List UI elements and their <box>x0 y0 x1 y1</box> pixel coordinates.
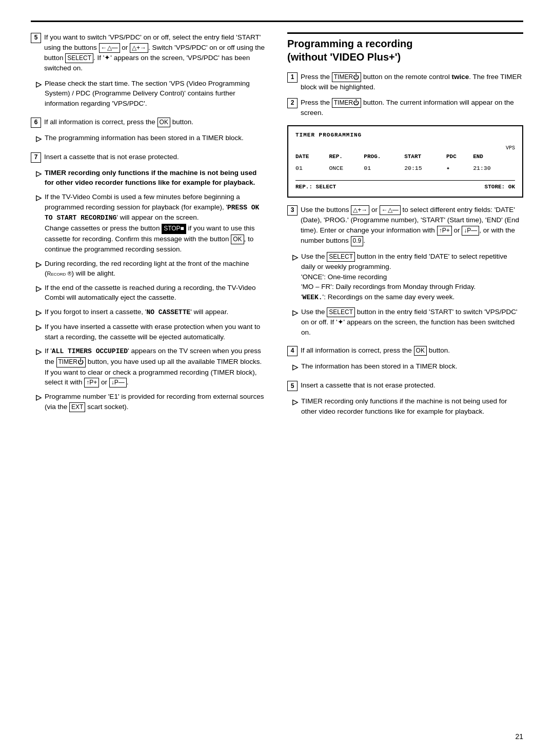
left-item-6: 6 If all information is correct, press t… <box>31 117 267 128</box>
right-num-2: 2 <box>287 98 298 108</box>
left-arrow-8-text: If you have inserted a cassette with era… <box>45 322 267 342</box>
col-prog: PROG. <box>364 153 404 163</box>
cell-rep: ONCE <box>329 163 364 174</box>
left-arrow-6: ▷ If the end of the cassette is reached … <box>36 283 267 303</box>
arrow-icon-9: ▷ <box>36 346 42 357</box>
btn-down-p: ↓P— <box>109 378 127 387</box>
btn-ok-1: OK <box>157 118 170 127</box>
section-heading: Programming a recording (without 'VIDEO … <box>287 32 523 64</box>
col-date: DATE <box>295 153 329 163</box>
arrow-icon-7: ▷ <box>36 307 42 318</box>
left-arrow-1-text: Please check the start time. The section… <box>45 79 267 109</box>
screen-footer-right: STORE: OK <box>485 183 515 191</box>
cell-prog: 01 <box>364 163 404 174</box>
cell-date: 01 <box>295 163 329 174</box>
left-arrow-6-text: If the end of the cassette is reached du… <box>45 283 267 303</box>
num-5: 5 <box>31 33 41 43</box>
right-item-5-text: Insert a cassette that is not erase prot… <box>301 380 523 391</box>
right-num-5: 5 <box>287 381 298 391</box>
btn-down-p2: ↓P— <box>462 226 479 236</box>
btn-bwd: ←△— <box>380 205 401 215</box>
right-item-1: 1 Press the TIMER⏻ button on the remote … <box>287 72 523 92</box>
arrow-icon-3b: ▷ <box>292 307 298 318</box>
left-col: 5 If you want to switch 'VPS/PDC' on or … <box>31 32 267 420</box>
arrow-icon-5: ▷ <box>36 259 42 269</box>
left-arrow-5: ▷ During recording, the red recording li… <box>36 259 267 279</box>
arrow-icon-1: ▷ <box>36 79 42 89</box>
arrow-icon-8: ▷ <box>36 322 42 333</box>
arrow-icon-4: ▷ <box>36 192 42 203</box>
right-num-4: 4 <box>287 346 298 356</box>
cell-end: 21:30 <box>473 163 515 174</box>
right-arrow-5a-text: TIMER recording only functions if the ma… <box>301 396 523 416</box>
right-item-3-text: Use the buttons △+→ or ←△— to select dif… <box>301 205 523 246</box>
right-item-4: 4 If all information is correct, press t… <box>287 345 523 356</box>
arrow-icon-4a: ▷ <box>292 362 298 372</box>
col-start: START <box>404 153 446 163</box>
left-arrow-3: ▷ TIMER recording only functions if the … <box>36 168 267 188</box>
item-6-text: If all information is correct, press the… <box>44 117 267 127</box>
left-arrow-10: ▷ Programme number 'E1' is provided for … <box>36 392 267 412</box>
arrow-icon-3a: ▷ <box>292 252 298 262</box>
two-col-layout: 5 If you want to switch 'VPS/PDC' on or … <box>31 32 523 420</box>
right-item-2: 2 Press the TIMER⏻ button. The current i… <box>287 98 523 118</box>
right-arrow-3b-text: Use the SELECT button in the entry field… <box>301 307 523 338</box>
left-arrow-8: ▷ If you have inserted a cassette with e… <box>36 322 267 342</box>
btn-fwd: △+→ <box>351 205 369 215</box>
right-item-1-text: Press the TIMER⏻ button on the remote co… <box>301 72 523 92</box>
btn-timer-2: TIMER⏻ <box>332 72 361 82</box>
right-arrow-5a: ▷ TIMER recording only functions if the … <box>292 396 523 416</box>
page-container: 5 If you want to switch 'VPS/PDC' on or … <box>0 0 554 756</box>
heading-line1: Programming a recording <box>287 38 413 49</box>
left-item-7: 7 Insert a cassette that is not erase pr… <box>31 152 267 163</box>
screen-title: TIMER PROGRAMMING <box>295 131 515 140</box>
arrow-icon-6: ▷ <box>36 283 42 294</box>
left-arrow-2-text: The programming information has been sto… <box>45 133 267 143</box>
left-arrow-4: ▷ If the TV-Video Combi is used a few mi… <box>36 192 267 255</box>
num-6: 6 <box>31 118 41 128</box>
btn-right-arrow: △+→ <box>130 43 148 53</box>
btn-num: 0.9 <box>351 236 364 246</box>
btn-ext: EXT <box>69 402 85 412</box>
btn-select-3: SELECT <box>327 307 355 317</box>
right-arrow-3b: ▷ Use the SELECT button in the entry fie… <box>292 307 523 338</box>
btn-select-1: SELECT <box>65 53 93 63</box>
timer-screen: TIMER PROGRAMMING VPS DATE REP. PROG. ST… <box>287 125 523 198</box>
col-end: END <box>473 153 515 163</box>
left-arrow-4-text: If the TV-Video Combi is used a few minu… <box>45 192 267 255</box>
btn-up-p: ↑P+ <box>84 378 99 387</box>
btn-timer-3: TIMER⏻ <box>332 98 361 108</box>
btn-timer-1: TIMER⏻ <box>56 357 86 367</box>
right-item-5: 5 Insert a cassette that is not erase pr… <box>287 380 523 391</box>
btn-up-p2: ↑P+ <box>437 226 452 236</box>
page-number: 21 <box>515 732 523 741</box>
arrow-icon-3: ▷ <box>36 168 42 179</box>
right-arrow-4a-text: The information has been stored in a TIM… <box>301 361 523 372</box>
arrow-icon-2: ▷ <box>36 133 42 144</box>
right-num-3: 3 <box>287 205 298 216</box>
vps-header: VPS <box>506 145 515 152</box>
left-arrow-7: ▷ If you forgot to insert a cassette, 'N… <box>36 307 267 318</box>
left-arrow-7-text: If you forgot to insert a cassette, 'NO … <box>45 307 267 318</box>
btn-ok-3: OK <box>414 346 427 356</box>
left-arrow-2: ▷ The programming information has been s… <box>36 133 267 144</box>
screen-row-1: 01 ONCE 01 20:15 ✦ 21:30 <box>295 163 515 174</box>
top-rule <box>31 21 523 22</box>
cell-start: 20:15 <box>404 163 446 174</box>
left-arrow-1: ▷ Please check the start time. The secti… <box>36 79 267 109</box>
item-7-text: Insert a cassette that is not erase prot… <box>44 152 267 162</box>
btn-left-arrow: ←△— <box>99 43 120 53</box>
right-num-1: 1 <box>287 72 298 83</box>
btn-stop: STOP■ <box>162 224 186 234</box>
screen-footer-left: REP.: SELECT <box>295 183 336 191</box>
right-arrow-3a: ▷ Use the SELECT button in the entry fie… <box>292 251 523 303</box>
left-arrow-3-text: TIMER recording only functions if the ma… <box>45 168 267 188</box>
right-item-3: 3 Use the buttons △+→ or ←△— to select d… <box>287 205 523 246</box>
left-arrow-10-text: Programme number 'E1' is provided for re… <box>45 392 267 412</box>
right-item-4-text: If all information is correct, press the… <box>301 345 523 356</box>
right-item-2-text: Press the TIMER⏻ button. The current inf… <box>301 98 523 118</box>
screen-table: DATE REP. PROG. START PDC END 01 ONCE 01 <box>295 153 515 174</box>
cell-pdc: ✦ <box>446 163 473 174</box>
left-item-5: 5 If you want to switch 'VPS/PDC' on or … <box>31 32 267 73</box>
left-arrow-5-text: During recording, the red recording ligh… <box>45 259 267 279</box>
